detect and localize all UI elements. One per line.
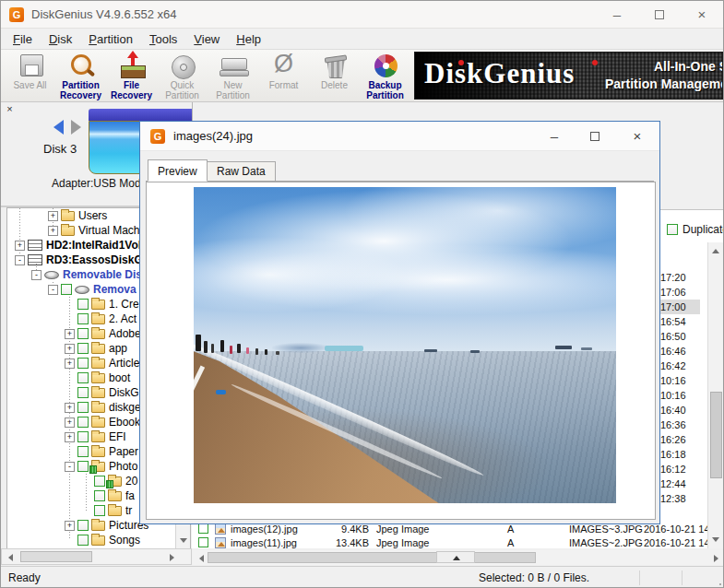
tree-item-efi[interactable]: +EFI	[7, 429, 126, 444]
tree-checkbox[interactable]	[77, 431, 89, 442]
quick-partition-button[interactable]: Quick Partition	[157, 51, 208, 101]
tree-item-diskg[interactable]: +DiskG	[7, 385, 139, 400]
tree-expander-icon[interactable]: +	[65, 344, 75, 354]
scroll-right-button[interactable]	[164, 550, 179, 563]
panel-close-icon[interactable]: ×	[4, 103, 16, 115]
menu-item-disk[interactable]: Disk	[41, 30, 80, 48]
menu-item-help[interactable]: Help	[228, 30, 269, 48]
menu-item-partition[interactable]: Partition	[80, 30, 141, 48]
menu-item-tools[interactable]: Tools	[141, 30, 185, 48]
tree-item-hd2-intelraid1vol[interactable]: +HD2:IntelRaid1Vol	[7, 238, 141, 253]
tree-checkbox[interactable]	[77, 387, 89, 398]
delete-button[interactable]: Delete	[309, 51, 360, 101]
tree-checkbox[interactable]	[77, 328, 89, 339]
dialog-titlebar[interactable]: G images(24).jpg – ×	[140, 122, 659, 151]
scrollbar-thumb[interactable]	[20, 551, 92, 562]
prev-disk-icon[interactable]	[53, 120, 64, 135]
tree-expander-icon[interactable]: -	[31, 270, 42, 280]
duplicate-checkbox[interactable]	[667, 224, 678, 235]
backup-partition-button[interactable]: Backup Partition	[360, 51, 410, 101]
tree-item-photo[interactable]: -Photo	[7, 459, 137, 474]
save-all-button[interactable]: Save All	[5, 51, 55, 101]
next-disk-icon[interactable]	[71, 120, 81, 135]
tree-expander-icon[interactable]: +	[65, 329, 75, 339]
file-checkbox[interactable]	[198, 537, 208, 547]
dialog-close-button[interactable]: ×	[622, 122, 653, 151]
tree-checkbox[interactable]	[77, 402, 89, 413]
tree-horizontal-scrollbar[interactable]	[1, 548, 192, 565]
partition-recovery-button[interactable]: Partition Recovery	[55, 51, 106, 101]
tree-checkbox[interactable]	[94, 476, 105, 487]
close-button[interactable]: ×	[683, 1, 720, 29]
tree-item-remova[interactable]: -Remova	[7, 282, 136, 297]
new-partition-button[interactable]: New Partition	[208, 51, 258, 101]
tree-item-fa[interactable]: +fa	[7, 488, 135, 503]
tree-item-pictures[interactable]: +Pictures	[7, 518, 148, 533]
tree-checkbox[interactable]	[94, 505, 105, 516]
tree-expander-icon[interactable]: +	[65, 432, 75, 442]
tree-item-ebook[interactable]: +Ebook	[7, 415, 140, 429]
scrollbar-thumb[interactable]	[208, 552, 536, 563]
tree-checkbox[interactable]	[77, 313, 89, 324]
tree-item-diskge[interactable]: +diskge	[7, 400, 141, 415]
tree-checkbox[interactable]	[77, 343, 89, 354]
tree-item-songs[interactable]: +Songs	[7, 533, 140, 547]
file-checkbox[interactable]	[198, 523, 208, 534]
tree-expander-icon[interactable]: -	[48, 285, 58, 295]
tree-checkbox[interactable]	[61, 284, 72, 295]
scroll-left-button[interactable]	[4, 550, 18, 563]
tab-raw-data[interactable]: Raw Data	[207, 161, 276, 182]
menu-item-file[interactable]: File	[5, 30, 41, 48]
tree-item-20[interactable]: +20	[7, 474, 137, 488]
tree-expander-icon[interactable]: +	[65, 521, 75, 531]
tree-checkbox[interactable]	[77, 358, 89, 369]
tree-expander-icon[interactable]: +	[65, 359, 75, 369]
resize-grip[interactable]	[719, 583, 721, 585]
tree-expander-icon[interactable]: -	[65, 462, 75, 472]
tree-item-virtual-machin[interactable]: +Virtual Machin	[7, 223, 148, 238]
tree-checkbox[interactable]	[77, 446, 89, 457]
collapse-splitter-button[interactable]	[436, 551, 475, 563]
tree-checkbox[interactable]	[77, 299, 89, 310]
tree-expander-icon[interactable]: +	[65, 403, 75, 413]
tree-item-1-cre[interactable]: +1. Cre	[7, 297, 139, 312]
tree-checkbox[interactable]	[77, 461, 89, 472]
format-button[interactable]: Format	[258, 51, 309, 101]
tree-expander-icon[interactable]: -	[15, 255, 25, 265]
tab-preview[interactable]: Preview	[148, 159, 208, 182]
tree-checkbox[interactable]	[94, 490, 105, 501]
tree-expander-icon[interactable]: +	[48, 211, 58, 221]
dialog-maximize-button[interactable]	[579, 122, 611, 151]
scroll-right-button[interactable]	[708, 551, 723, 564]
menu-item-view[interactable]: View	[185, 30, 228, 48]
tree-checkbox[interactable]	[77, 520, 89, 531]
tree-checkbox[interactable]	[77, 535, 89, 546]
tree-item-adobe[interactable]: +Adobe	[7, 326, 141, 341]
file-recovery-button[interactable]: File Recovery	[106, 51, 157, 101]
banner-ad[interactable]: DiskGenius All-In-One S Partition Manage…	[414, 52, 723, 100]
tree-checkbox[interactable]	[77, 372, 89, 383]
tree-checkbox[interactable]	[77, 417, 89, 428]
tree-expander-icon[interactable]: +	[48, 226, 58, 236]
tree-expander-icon[interactable]: +	[65, 417, 75, 428]
maximize-button[interactable]	[641, 1, 678, 29]
tree-item-2-act[interactable]: +2. Act	[7, 312, 136, 326]
scroll-up-button[interactable]	[708, 244, 723, 259]
tree-item-rd3-eassosdiskge[interactable]: -RD3:EassosDiskGe	[7, 253, 148, 267]
minimize-button[interactable]: –	[599, 1, 635, 29]
scrollbar-thumb[interactable]	[710, 392, 722, 478]
dialog-minimize-button[interactable]: –	[539, 122, 570, 151]
file-row[interactable]: images(12).jpg9.4KBJpeg ImageAIMAGES~3.J…	[192, 523, 724, 536]
tree-item-tr[interactable]: +tr	[7, 503, 132, 518]
list-vertical-scrollbar[interactable]	[707, 242, 723, 548]
file-row[interactable]: images(11).jpg13.4KBJpeg ImageAIMAGES~2.…	[192, 536, 724, 550]
titlebar[interactable]: G DiskGenius V4.9.6.552 x64 – ×	[1, 1, 724, 29]
scroll-down-button[interactable]	[708, 532, 723, 547]
tree-expander-icon[interactable]: +	[15, 241, 25, 251]
tree-item-article[interactable]: +Article	[7, 356, 139, 370]
tree-item-removable-dis[interactable]: -Removable Dis	[7, 267, 142, 282]
tree-item-boot[interactable]: +boot	[7, 370, 130, 385]
duplicate-filter[interactable]: Duplicate	[667, 223, 724, 236]
tree-item-paper[interactable]: +Paper	[7, 444, 138, 459]
tree-item-app[interactable]: +app	[7, 341, 127, 356]
